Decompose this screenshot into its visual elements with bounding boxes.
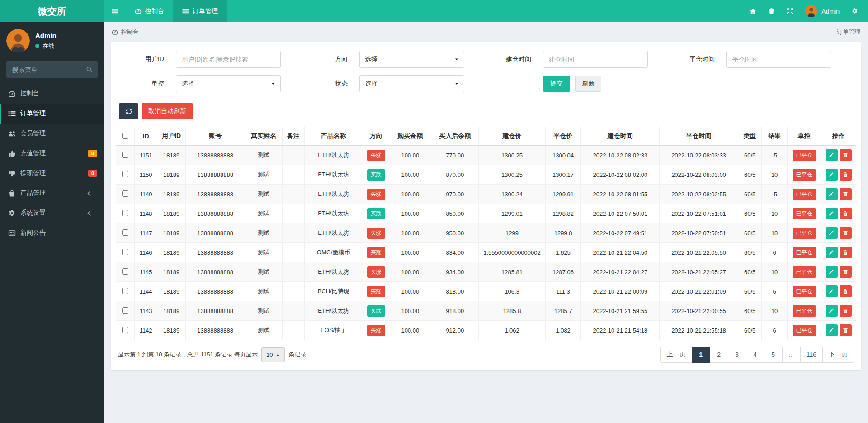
summary-suffix: 条记录 [288, 351, 306, 359]
settings-gears-icon[interactable] [851, 8, 858, 14]
cell-open-price: 1.5550000000000002 [479, 243, 545, 262]
cell-open-price: 1299 [479, 223, 545, 243]
page-button[interactable]: 1 [692, 347, 710, 363]
row-checkbox[interactable] [122, 327, 128, 333]
pencil-icon [829, 191, 834, 197]
cell-result: 6 [762, 243, 788, 262]
row-checkbox[interactable] [122, 288, 128, 294]
table-row: 11421818913888888888测试EOS/柚子买涨100.00912.… [116, 321, 856, 340]
cell-close-time: 2022-10-22 07:50:51 [660, 223, 738, 243]
sidebar-item-0[interactable]: 控制台 [0, 84, 104, 104]
cancel-auto-refresh-button[interactable]: 取消自动刷新 [142, 103, 193, 119]
cell-control: 已平仓 [787, 282, 821, 301]
sidebar-item-3[interactable]: 充值管理0 [0, 143, 104, 163]
row-checkbox[interactable] [122, 307, 128, 314]
edit-button[interactable] [826, 324, 838, 336]
close-time-input[interactable] [726, 51, 831, 68]
cell-actions [821, 243, 856, 262]
edit-button[interactable] [826, 227, 838, 239]
table-refresh-button[interactable] [119, 103, 138, 119]
select-all-header [116, 127, 134, 146]
page-button[interactable]: 下一页 [822, 347, 854, 363]
sidebar-item-6[interactable]: 系统设置 [0, 203, 104, 223]
delete-button[interactable] [840, 188, 852, 200]
user-menu[interactable]: Admin [805, 5, 840, 17]
top-tab-dashboard[interactable]: 控制台 [126, 0, 173, 22]
sidebar: Admin 在线 控制台订单管理会员管理充值管理0提现管理0产品管理系统设置新闻… [0, 22, 104, 423]
delete-button[interactable] [840, 247, 852, 258]
sidebar-item-4[interactable]: 提现管理0 [0, 163, 104, 183]
delete-button[interactable] [840, 169, 852, 181]
cell-product: EOS/柚子 [304, 321, 363, 340]
edit-button[interactable] [826, 149, 838, 161]
refresh-icon [126, 108, 132, 114]
cell-actions [821, 262, 856, 282]
trash-icon [843, 191, 848, 197]
row-checkbox[interactable] [122, 229, 128, 236]
refresh-button[interactable]: 刷新 [575, 76, 601, 92]
delete-button[interactable] [840, 149, 852, 161]
edit-button[interactable] [826, 188, 838, 200]
edit-button[interactable] [826, 266, 838, 278]
direction-select-value: 选择 [365, 55, 377, 63]
menu-search-input[interactable] [6, 61, 98, 78]
page-button[interactable]: 116 [800, 347, 823, 363]
row-checkbox[interactable] [122, 171, 128, 177]
pagination-summary: 显示第 1 到第 10 条记录，总共 1151 条记录 每页显示 10 条记录 [118, 347, 306, 362]
sidebar-toggle-button[interactable] [104, 0, 126, 22]
cell-type: 60/5 [738, 243, 762, 262]
page-button[interactable]: ... [782, 347, 801, 363]
home-icon[interactable] [750, 8, 756, 14]
sidebar-item-5[interactable]: 产品管理 [0, 183, 104, 203]
delete-button[interactable] [840, 305, 852, 317]
cell-open-time: 2022-10-21 21:54:18 [581, 321, 660, 340]
cell-direction: 买涨 [363, 243, 389, 262]
gauge-icon [135, 8, 142, 14]
edit-button[interactable] [826, 169, 838, 181]
direction-select[interactable]: 选择 [359, 51, 464, 68]
edit-button[interactable] [826, 208, 838, 219]
select-all-checkbox[interactable] [122, 133, 128, 139]
trash-icon[interactable] [768, 8, 775, 14]
orders-table: ID用户ID账号真实姓名备注产品名称方向购买金额买入后余额建仓价平仓价建仓时间平… [116, 127, 856, 340]
breadcrumb[interactable]: 控制台 [112, 28, 139, 36]
delete-button[interactable] [840, 227, 852, 239]
page-button[interactable]: 2 [710, 347, 728, 363]
row-checkbox[interactable] [122, 249, 128, 255]
cell-remark [283, 262, 304, 282]
open-time-label: 建仓时间 [486, 55, 531, 63]
edit-button[interactable] [826, 285, 838, 297]
cell-result: -5 [762, 185, 788, 204]
row-checkbox[interactable] [122, 210, 128, 216]
sidebar-item-7[interactable]: 新闻公告 [0, 223, 104, 243]
cell-product: ETH/以太坊 [304, 223, 363, 243]
page-button[interactable]: 上一页 [660, 347, 692, 363]
edit-button[interactable] [826, 305, 838, 317]
row-checkbox[interactable] [122, 152, 128, 158]
edit-button[interactable] [826, 247, 838, 258]
cell-close-price: 1.082 [545, 321, 581, 340]
status-select-value: 选择 [365, 80, 377, 88]
sidebar-item-1[interactable]: 订单管理 [0, 104, 104, 124]
delete-button[interactable] [840, 266, 852, 278]
top-tab-orders[interactable]: 订单管理 [173, 0, 227, 22]
open-time-input[interactable] [543, 51, 648, 68]
page-button[interactable]: 4 [746, 347, 764, 363]
control-select[interactable]: 选择 [176, 75, 281, 92]
row-checkbox[interactable] [122, 190, 128, 197]
delete-button[interactable] [840, 208, 852, 219]
sidebar-item-2[interactable]: 会员管理 [0, 124, 104, 143]
submit-button[interactable]: 提交 [543, 76, 570, 92]
fullscreen-icon[interactable] [787, 8, 793, 14]
page-button[interactable]: 3 [728, 347, 746, 363]
row-checkbox[interactable] [122, 268, 128, 275]
user-id-input[interactable] [176, 51, 281, 68]
page-button[interactable]: 5 [764, 347, 783, 363]
cell-amount: 100.00 [389, 321, 431, 340]
search-icon[interactable] [86, 66, 93, 73]
status-select[interactable]: 选择 [359, 75, 464, 92]
page-size-dropdown[interactable]: 10 [261, 347, 285, 362]
delete-button[interactable] [840, 324, 852, 336]
delete-button[interactable] [840, 285, 852, 297]
cell-product: OMG/嫩模币 [304, 243, 363, 262]
